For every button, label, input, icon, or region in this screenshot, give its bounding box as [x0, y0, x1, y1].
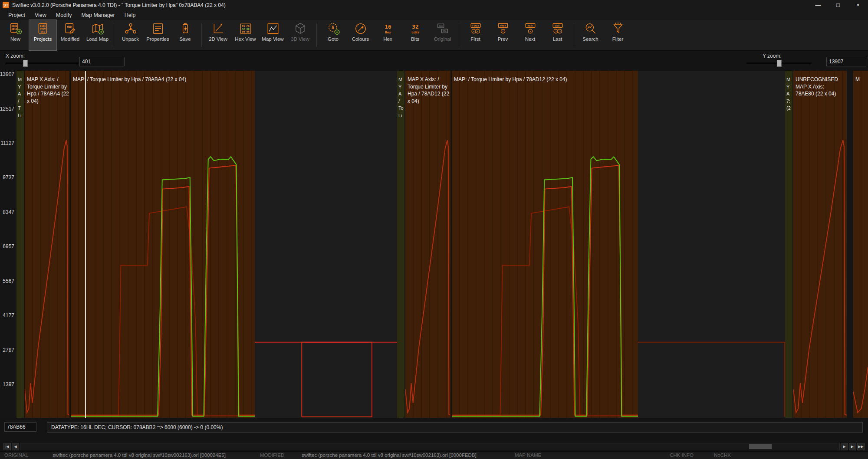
scroll-first-button[interactable]: |◀	[3, 443, 11, 450]
original-icon: MODORI	[436, 22, 449, 35]
scroll-last-button[interactable]: ▶|	[849, 443, 856, 450]
toolbar-button-save[interactable]: Save	[171, 20, 199, 50]
toolbar-button-goto[interactable]: AGoto	[319, 20, 347, 50]
toolbar-button-projects[interactable]: 01010010001Projects	[29, 20, 56, 50]
series-axis_curve	[793, 140, 847, 415]
toolbar-button-label: Projects	[34, 36, 52, 42]
y-tick-label: 6957	[3, 243, 14, 249]
bits-icon: 32LoHi	[409, 22, 422, 35]
toolbar-button-map-view[interactable]: Map View	[259, 20, 286, 50]
toolbar-button-colours[interactable]: Colours	[347, 20, 374, 50]
toolbar-separator	[201, 23, 202, 47]
toolbar-button-properties[interactable]: Properties	[144, 20, 171, 50]
toolbar-button-unpack[interactable]: Unpack	[117, 20, 144, 50]
svg-text:‹: ‹	[502, 29, 504, 33]
svg-text:A: A	[332, 25, 334, 30]
x-zoom-track[interactable]	[6, 62, 79, 64]
toolbar-button-search[interactable]: Search	[577, 20, 604, 50]
toolbar-button-new[interactable]: 01010010New	[2, 20, 29, 50]
toolbar-button-hex-view[interactable]: F6 F652 0000 08Hex View	[232, 20, 259, 50]
x-zoom-input[interactable]	[79, 57, 125, 66]
menu-modify[interactable]: Modify	[51, 12, 77, 18]
toolbar-button-label: Map View	[262, 36, 283, 42]
toolbar-button-label: Unpack	[122, 36, 139, 42]
svg-text:32: 32	[412, 23, 418, 30]
modified-icon: MOD	[64, 22, 77, 35]
y-tick-label: 9737	[3, 174, 14, 180]
title-bar: ST Swiftec v3.0.2.0 (Porsche Panamera 4.…	[0, 0, 868, 10]
toolbar-button-modified[interactable]: MODModified	[56, 20, 84, 50]
modified-label: MODIFIED	[260, 452, 284, 459]
toolbar-button-hex[interactable]: 16HexHex	[374, 20, 401, 50]
svg-text:‹: ‹	[477, 29, 479, 33]
toolbar-button-prev[interactable]: PREV‹Prev	[489, 20, 516, 50]
x-zoom-slider[interactable]	[6, 60, 79, 66]
scroll-prev-button[interactable]: ◀	[12, 443, 19, 450]
cursor-line[interactable]	[85, 71, 86, 418]
y-tick-label: 8347	[3, 209, 14, 215]
collapsed-panel-2[interactable]: M Y A / To Li	[397, 71, 404, 418]
app-window: ST Swiftec v3.0.2.0 (Porsche Panamera 4.…	[0, 0, 868, 459]
x-axis-panel-78aba4[interactable]: MAP X Axis: / Torque Limiter by Hpa / 78…	[25, 71, 69, 418]
collapsed-panel-1[interactable]: M Y A / T Li	[16, 71, 24, 418]
menu-project[interactable]: Project	[3, 12, 30, 18]
toolbar-button-first[interactable]: FIRST‹‹First	[462, 20, 489, 50]
y-tick-label: 5567	[3, 278, 14, 284]
toolbar-button-last[interactable]: LAST››Last	[544, 20, 571, 50]
main1-chart	[71, 71, 255, 418]
mapview-icon	[266, 22, 279, 35]
toolbar-button-bits[interactable]: 32LoHiBits	[401, 20, 429, 50]
toolbar-button-next[interactable]: NEXT›Next	[516, 20, 544, 50]
address-input[interactable]	[4, 422, 36, 432]
next-panel-edge[interactable]: M	[853, 71, 868, 418]
original-file-path: swiftec (porsche panamera 4.0 tdi v8 ori…	[53, 452, 226, 459]
unrecognised-axis-panel-78ae80[interactable]: UNRECOGNISED MAP X Axis: 78AE80 (22 x 04…	[793, 71, 847, 418]
collapsed-panel-1-text: M Y A / T Li	[18, 76, 22, 119]
scroll-next-button[interactable]: ▶	[841, 443, 848, 450]
map-panel-78aba4[interactable]: MAP: / Torque Limiter by Hpa / 78ABA4 (2…	[71, 71, 255, 418]
toolbar-button-label: Prev	[498, 36, 508, 42]
collapsed-panel-3[interactable]: M Y A 7: (2	[785, 71, 792, 418]
svg-text:16: 16	[385, 23, 391, 30]
svg-text:PREV: PREV	[500, 24, 506, 27]
app-icon: ST	[3, 2, 9, 8]
hex-icon: 16Hex	[381, 22, 395, 35]
close-button[interactable]: ×	[848, 0, 868, 10]
toolbar-button-label: Properties	[146, 36, 169, 42]
empty-region-1[interactable]	[255, 71, 397, 418]
toolbar-separator	[574, 23, 574, 47]
y-tick-label: 2787	[3, 347, 14, 353]
toolbar-button-label: New	[10, 36, 20, 42]
svg-text:MOD: MOD	[439, 25, 443, 27]
horizontal-scrollbar[interactable]	[20, 443, 840, 450]
empty-region-2[interactable]	[638, 71, 785, 418]
status-bar: ORIGINAL swiftec (porsche panamera 4.0 t…	[0, 451, 868, 459]
toolbar-button-filter[interactable]: Filter	[604, 20, 631, 50]
x-zoom-thumb[interactable]	[23, 60, 28, 67]
menu-help[interactable]: Help	[120, 12, 141, 18]
series-limiter_mid	[452, 165, 638, 415]
svg-text:MOD: MOD	[67, 26, 72, 28]
map-panel-78ad12[interactable]: MAP: / Torque Limiter by Hpa / 78AD12 (2…	[452, 71, 638, 418]
scroll-end-button[interactable]: ▶▶	[857, 443, 865, 450]
svg-text:ORI: ORI	[442, 30, 446, 32]
next-icon: NEXT›	[524, 22, 537, 35]
chk-value: NoCHK	[714, 452, 731, 459]
x-zoom-label: X zoom:	[6, 53, 25, 59]
minimize-button[interactable]: —	[808, 0, 828, 10]
y-zoom-slider[interactable]	[746, 60, 812, 66]
between1-chart	[255, 71, 397, 418]
last-icon: LAST››	[551, 22, 564, 35]
toolbar-button-2d-view[interactable]: 2D View	[204, 20, 232, 50]
toolbar-button-label: Original	[434, 36, 451, 42]
y-zoom-thumb[interactable]	[777, 60, 782, 67]
maximize-button[interactable]: □	[828, 0, 848, 10]
y-zoom-input[interactable]	[826, 57, 866, 66]
menu-map-manager[interactable]: Map Manager	[77, 12, 120, 18]
toolbar-button-load-map[interactable]: Load Map	[84, 20, 111, 50]
svg-text:‹: ‹	[473, 29, 475, 33]
svg-text:Hex: Hex	[385, 30, 391, 34]
scrollbar-thumb[interactable]	[749, 444, 772, 449]
x-axis-panel-78ad12[interactable]: MAP X Axis: / Torque Limiter by Hpa / 78…	[405, 71, 450, 418]
menu-view[interactable]: View	[30, 12, 51, 18]
